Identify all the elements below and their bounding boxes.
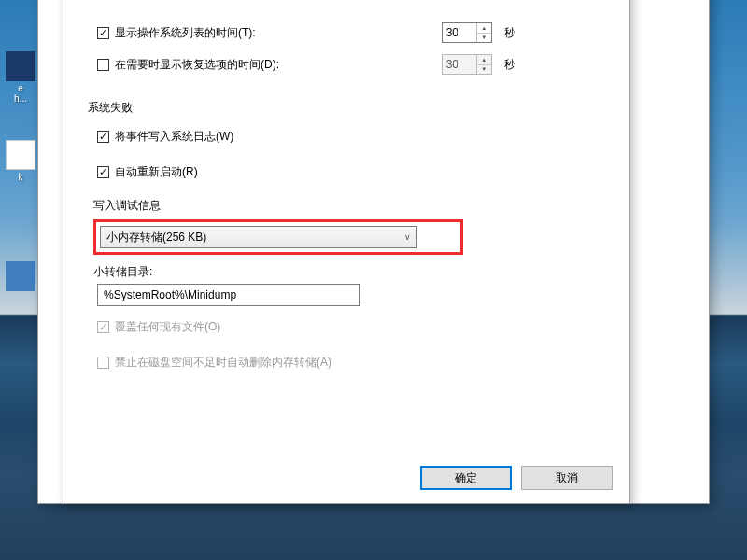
- app-icon: [6, 51, 35, 81]
- system-failure-group-title: 系统失败: [88, 100, 618, 116]
- app-icon: [6, 140, 35, 170]
- overwrite-row: 覆盖任何现有文件(O): [97, 315, 618, 338]
- auto-restart-label: 自动重新启动(R): [115, 164, 198, 180]
- desktop-icon[interactable]: [4, 261, 37, 293]
- recovery-seconds-spinner: ▲▼: [442, 54, 492, 75]
- show-recovery-checkbox[interactable]: [97, 59, 109, 71]
- seconds-unit: 秒: [504, 58, 515, 71]
- spinner-down-icon[interactable]: ▼: [477, 34, 491, 43]
- dump-type-value: 小内存转储(256 KB): [106, 230, 206, 245]
- desktop-icon-label: e: [4, 83, 37, 93]
- os-list-seconds-input[interactable]: [443, 23, 476, 42]
- ok-button[interactable]: 确定: [420, 466, 512, 490]
- disable-auto-delete-label: 禁止在磁盘空间不足时自动删除内存转储(A): [115, 355, 331, 371]
- spinner-buttons: ▲▼: [476, 55, 491, 74]
- dump-dir-label: 小转储目录:: [93, 264, 618, 280]
- disable-auto-delete-checkbox: [97, 357, 109, 369]
- cancel-button-label: 取消: [556, 470, 578, 486]
- write-event-log-row: 将事件写入系统日志(W): [97, 125, 618, 147]
- desktop-icon[interactable]: e h...: [4, 51, 37, 104]
- show-recovery-row: 在需要时显示恢复选项的时间(D): ▲▼ 秒: [97, 53, 618, 76]
- chevron-down-icon: ∨: [404, 232, 411, 242]
- auto-restart-row: 自动重新启动(R): [97, 161, 618, 183]
- debug-info-title: 写入调试信息: [93, 198, 618, 214]
- auto-restart-checkbox[interactable]: [97, 166, 109, 178]
- spinner-buttons[interactable]: ▲▼: [476, 23, 491, 42]
- cancel-button[interactable]: 取消: [521, 466, 613, 490]
- dialog-button-bar: 确定 取消: [420, 466, 613, 490]
- show-recovery-label: 在需要时显示恢复选项的时间(D):: [115, 57, 279, 73]
- recovery-seconds-input: [443, 55, 476, 74]
- spinner-up-icon[interactable]: ▲: [477, 23, 491, 34]
- os-list-seconds-spinner[interactable]: ▲▼: [442, 22, 492, 43]
- disable-auto-delete-row: 禁止在磁盘空间不足时自动删除内存转储(A): [97, 351, 618, 373]
- dump-type-highlight: 小内存转储(256 KB) ∨: [93, 219, 463, 255]
- app-icon: [6, 261, 35, 291]
- overwrite-label: 覆盖任何现有文件(O): [115, 319, 220, 335]
- show-os-list-row: 显示操作系统列表的时间(T): ▲▼ 秒: [97, 21, 618, 44]
- seconds-unit: 秒: [504, 26, 515, 39]
- write-event-log-label: 将事件写入系统日志(W): [115, 129, 233, 145]
- spinner-up-icon: ▲: [477, 55, 491, 65]
- show-os-list-checkbox[interactable]: [97, 27, 109, 39]
- dump-dir-input[interactable]: [97, 284, 360, 306]
- dump-type-dropdown[interactable]: 小内存转储(256 KB) ∨: [100, 226, 417, 248]
- desktop-icon-label: k: [4, 172, 37, 182]
- startup-recovery-dialog: 显示操作系统列表的时间(T): ▲▼ 秒 在需要时显示恢复选项的时间(D): ▲…: [63, 0, 630, 504]
- write-event-log-checkbox[interactable]: [97, 131, 109, 143]
- ok-button-label: 确定: [455, 470, 477, 486]
- show-os-list-label: 显示操作系统列表的时间(T):: [115, 25, 256, 41]
- desktop-icon[interactable]: k: [4, 140, 37, 182]
- spinner-down-icon: ▼: [477, 65, 491, 75]
- overwrite-checkbox: [97, 321, 109, 333]
- desktop-icon-label: h...: [4, 93, 37, 104]
